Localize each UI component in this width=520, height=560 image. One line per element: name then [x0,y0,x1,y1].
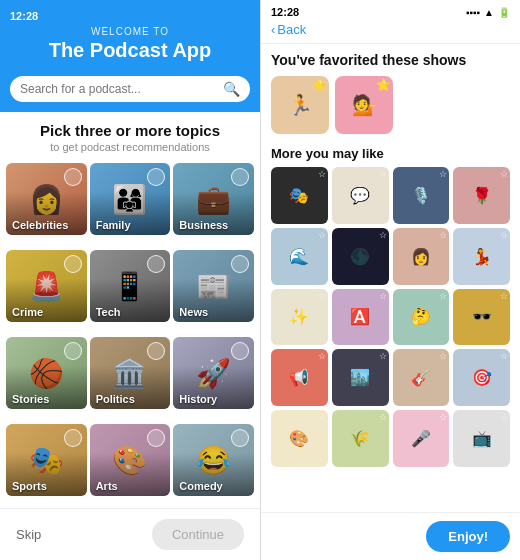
topic-check-crime [64,255,82,273]
favorited-missing[interactable]: 🏃 ⭐ [271,76,329,134]
rec-mort[interactable]: 🎭 ☆ [271,167,328,224]
rec-inthedark[interactable]: 🌑 ☆ [332,228,389,285]
topic-label-stories: Stories [12,393,81,405]
topic-label-history: History [179,393,248,405]
rec-star-vanished: ☆ [318,230,326,240]
right-time: 12:28 [271,6,299,18]
rec-star-2dope: ☆ [500,230,508,240]
favorited-title: You've favorited these shows [271,52,510,68]
rec-star-niche: ☆ [500,351,508,361]
rec-vanished[interactable]: 🌊 ☆ [271,228,328,285]
rec-reveal[interactable]: 📢 ☆ [271,349,328,406]
rec-ladygaga[interactable]: 🎤 ☆ [393,410,450,467]
recommendations-grid: 🎭 ☆ 💬 ☆ 🎙️ ☆ 🌹 ☆ 🌊 ☆ 🌑 ☆ 👩 ☆ 💃 ☆ ✨ ☆ 🅰️ … [271,167,510,467]
back-chevron-icon: ‹ [271,22,275,37]
topic-check-history [231,342,249,360]
topic-arts[interactable]: 🎨 Arts [90,424,171,496]
topic-check-news [231,255,249,273]
rec-star-inthedark: ☆ [379,230,387,240]
pick-subtitle: to get podcast recommendations [10,141,250,153]
continue-button[interactable]: Continue [152,519,244,550]
rec-star-far: ☆ [379,412,387,422]
rec-star-crimetown: ☆ [379,351,387,361]
rec-gettingcurious[interactable]: 🤔 ☆ [393,289,450,346]
topic-label-crime: Crime [12,306,81,318]
star-badge-missing: ⭐ [312,78,327,92]
rec-alifewell[interactable]: 🅰️ ☆ [332,289,389,346]
rec-star-gettingcurious: ☆ [439,291,447,301]
back-button[interactable]: ‹ Back [271,22,306,37]
status-icons: ▪▪▪▪ ▲ 🔋 [466,7,510,18]
topic-label-celebrities: Celebrities [12,219,81,231]
rec-crimetown[interactable]: 🏙️ ☆ [332,349,389,406]
topic-label-news: News [179,306,248,318]
topic-sports[interactable]: 🎭 Sports [6,424,87,496]
rec-star-wtf: ☆ [439,169,447,179]
topics-grid: 👩 Celebrities 👨‍👩‍👧 Family 💼 Business 🚨 … [0,157,260,508]
rec-beautiful[interactable]: ✨ ☆ [271,289,328,346]
rec-star-beautiful: ☆ [318,291,326,301]
rec-star-handmadeweird: ☆ [318,412,326,422]
search-bar: 🔍 [0,76,260,112]
app-title: The Podcast App [10,39,250,62]
rec-youallremember[interactable]: 🎸 ☆ [393,349,450,406]
rec-star-armchair: ☆ [379,169,387,179]
rec-heavyweight[interactable]: 🕶️ ☆ [453,289,510,346]
topic-check-comedy [231,429,249,447]
topic-news[interactable]: 📰 News [173,250,254,322]
topic-label-arts: Arts [96,480,165,492]
rec-far[interactable]: 🌾 ☆ [332,410,389,467]
rec-armchair[interactable]: 💬 ☆ [332,167,389,224]
more-title: More you may like [271,146,510,161]
rec-2dope[interactable]: 💃 ☆ [453,228,510,285]
welcome-label: WELCOME TO [10,26,250,37]
topic-celebrities[interactable]: 👩 Celebrities [6,163,87,235]
favorited-unqualified[interactable]: 💁 ⭐ [335,76,393,134]
rec-niche[interactable]: 🎯 ☆ [453,349,510,406]
rec-star-ladygaga: ☆ [439,412,447,422]
status-bar-right: 12:28 ▪▪▪▪ ▲ 🔋 [261,0,520,20]
rec-star-alifewell: ☆ [379,291,387,301]
favorited-row: 🏃 ⭐ 💁 ⭐ [271,76,510,134]
topic-family[interactable]: 👨‍👩‍👧 Family [90,163,171,235]
pick-heading: Pick three or more topics to get podcast… [0,112,260,157]
right-panel: 12:28 ▪▪▪▪ ▲ 🔋 ‹ Back You've favorited t… [260,0,520,560]
skip-button[interactable]: Skip [16,527,41,542]
search-input[interactable] [20,82,223,96]
enjoy-button[interactable]: Enjoy! [426,521,510,552]
left-header: 12:28 WELCOME TO The Podcast App [0,0,260,76]
topic-label-sports: Sports [12,480,81,492]
topic-crime[interactable]: 🚨 Crime [6,250,87,322]
rec-idiot[interactable]: 📺 ☆ [453,410,510,467]
topic-check-sports [64,429,82,447]
rec-handmadeweird[interactable]: 🎨 ☆ [271,410,328,467]
rec-star-youallremember: ☆ [439,351,447,361]
left-panel: 12:28 WELCOME TO The Podcast App 🔍 Pick … [0,0,260,560]
topic-business[interactable]: 💼 Business [173,163,254,235]
topic-label-comedy: Comedy [179,480,248,492]
topic-tech[interactable]: 📱 Tech [90,250,171,322]
rec-offthetable[interactable]: 👩 ☆ [393,228,450,285]
rec-stown[interactable]: 🌹 ☆ [453,167,510,224]
rec-star-mort: ☆ [318,169,326,179]
rec-wtf[interactable]: 🎙️ ☆ [393,167,450,224]
rec-star-stown: ☆ [500,169,508,179]
rec-star-reveal: ☆ [318,351,326,361]
topic-label-tech: Tech [96,306,165,318]
topic-check-stories [64,342,82,360]
topic-label-family: Family [96,219,165,231]
topic-label-business: Business [179,219,248,231]
pick-title: Pick three or more topics [10,122,250,139]
topic-history[interactable]: 🚀 History [173,337,254,409]
rec-star-offthetable: ☆ [439,230,447,240]
topic-label-politics: Politics [96,393,165,405]
topic-stories[interactable]: 🏀 Stories [6,337,87,409]
topic-check-celebrities [64,168,82,186]
star-badge-unqualified: ⭐ [376,78,391,92]
topic-check-business [231,168,249,186]
topic-comedy[interactable]: 😂 Comedy [173,424,254,496]
topic-politics[interactable]: 🏛️ Politics [90,337,171,409]
rec-star-heavyweight: ☆ [500,291,508,301]
rec-star-idiot: ☆ [500,412,508,422]
right-content: You've favorited these shows 🏃 ⭐ 💁 ⭐ Mor… [261,44,520,512]
